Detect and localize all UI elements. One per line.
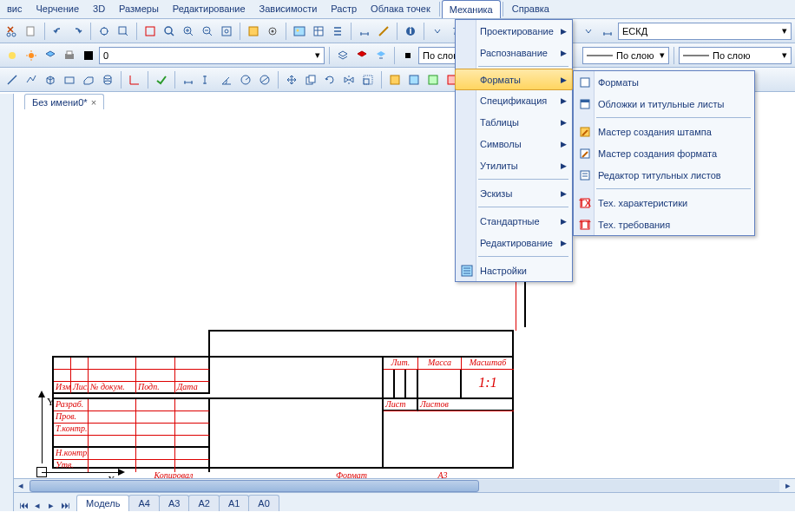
dim-v-icon[interactable]: [199, 71, 216, 89]
submenu-item-tech-req[interactable]: TTТех. требования: [574, 213, 754, 235]
menu-item-drafting[interactable]: Черчение: [30, 0, 87, 18]
mirror-icon[interactable]: [340, 71, 358, 89]
submenu-item-covers[interactable]: Обложки и титульные листы: [574, 93, 754, 115]
dim-r-icon[interactable]: [237, 71, 254, 89]
cut-icon[interactable]: [3, 23, 21, 40]
copy-icon[interactable]: [302, 71, 319, 89]
3d-icon[interactable]: [80, 71, 97, 89]
scrollbar-thumb[interactable]: [30, 480, 479, 492]
tab-nav-last-icon[interactable]: ⏭: [59, 499, 71, 511]
list-icon[interactable]: [329, 23, 346, 40]
menu-item-help[interactable]: Справка: [505, 0, 556, 18]
cyl-icon[interactable]: [99, 71, 116, 89]
dim-icon[interactable]: [375, 23, 392, 40]
menu-item-service[interactable]: вис: [0, 0, 30, 18]
scroll-right-icon[interactable]: ▸: [781, 480, 795, 492]
dim-style-combo[interactable]: ЕСКД ▾: [618, 23, 792, 40]
menu-item-recognition[interactable]: Распознавание▶: [456, 42, 572, 63]
rotate-icon[interactable]: [321, 71, 338, 89]
info-icon[interactable]: i: [402, 23, 419, 40]
menu-item-editing[interactable]: Редактирование▶: [456, 232, 572, 253]
menu-item-specification[interactable]: Спецификация▶: [456, 89, 572, 111]
arrow-down-icon[interactable]: [429, 23, 446, 40]
tab-nav-next-icon[interactable]: ▸: [45, 499, 57, 511]
zoom-in-icon[interactable]: [180, 23, 197, 40]
layout-tab-a4[interactable]: A4: [128, 495, 159, 511]
scrollbar-track[interactable]: [30, 480, 779, 492]
arrow-down-icon[interactable]: [580, 23, 597, 40]
layout-tab-a3[interactable]: A3: [159, 495, 189, 511]
light-icon[interactable]: [3, 47, 21, 64]
properties-icon[interactable]: [245, 23, 262, 40]
grp1-icon[interactable]: [386, 71, 404, 89]
layer-iso-icon[interactable]: [353, 47, 371, 64]
menu-item-utilities[interactable]: Утилиты▶: [456, 154, 572, 176]
dim-d-icon[interactable]: [256, 71, 273, 89]
submenu-item-format-wizard[interactable]: Мастер создания формата: [574, 142, 754, 164]
menu-item-edit[interactable]: Редактирование: [166, 0, 253, 18]
menu-item-tables[interactable]: Таблицы▶: [456, 111, 572, 133]
zoom-out-icon[interactable]: [199, 23, 216, 40]
layer-combo[interactable]: 0 ▾: [99, 47, 325, 64]
layout-tab-a1[interactable]: A1: [219, 495, 249, 511]
horizontal-scrollbar[interactable]: ◂ ▸: [14, 478, 795, 492]
menu-item-standard[interactable]: Стандартные▶: [456, 210, 572, 232]
zoom-extents-icon[interactable]: [161, 23, 178, 40]
dim-ang-icon[interactable]: [218, 71, 235, 89]
cube-icon[interactable]: [42, 71, 59, 89]
sun-icon[interactable]: [23, 47, 40, 64]
zoom-all-icon[interactable]: [218, 23, 235, 40]
layer-prev-icon[interactable]: [372, 47, 390, 64]
layout-tab-a0[interactable]: A0: [248, 495, 279, 511]
menu-item-raster[interactable]: Растр: [324, 0, 364, 18]
line-icon[interactable]: [3, 71, 21, 89]
pan-icon[interactable]: [95, 23, 113, 40]
document-tab[interactable]: Без имени0* ×: [24, 94, 104, 109]
menu-item-pointclouds[interactable]: Облака точек: [364, 0, 437, 18]
polyline-icon[interactable]: [23, 71, 40, 89]
menu-item-symbols[interactable]: Символы▶: [456, 133, 572, 154]
new-icon[interactable]: [23, 23, 40, 40]
check-icon[interactable]: [153, 71, 170, 89]
menu-item-design[interactable]: Проектирование▶: [456, 20, 572, 42]
settings-icon[interactable]: [264, 23, 281, 40]
measure-icon[interactable]: [356, 23, 373, 40]
move-icon[interactable]: [283, 71, 300, 89]
scroll-left-icon[interactable]: ◂: [14, 480, 28, 492]
dim-style-icon[interactable]: [599, 23, 616, 40]
type-icon[interactable]: [399, 47, 417, 64]
menu-item-sketches[interactable]: Эскизы▶: [456, 182, 572, 204]
grp2-icon[interactable]: [405, 71, 423, 89]
color-icon[interactable]: [80, 47, 97, 64]
submenu-item-formats[interactable]: Форматы: [574, 71, 754, 93]
grp3-icon[interactable]: [424, 71, 442, 89]
submenu-item-title-editor[interactable]: Редактор титульных листов: [574, 164, 754, 186]
submenu-item-tech-char[interactable]: TXТех. характеристики: [574, 192, 754, 213]
layer-mgr-icon[interactable]: [42, 47, 59, 64]
redo-icon[interactable]: [69, 23, 86, 40]
scale-icon[interactable]: [359, 71, 377, 89]
lineweight-combo[interactable]: По слою ▾: [679, 47, 792, 64]
menu-item-dimensions[interactable]: Размеры: [112, 0, 166, 18]
close-icon[interactable]: ×: [91, 97, 96, 108]
menu-item-constraints[interactable]: Зависимости: [253, 0, 325, 18]
linetype-combo[interactable]: По слою ▾: [582, 47, 669, 64]
menu-item-formats[interactable]: Форматы▶: [455, 69, 573, 90]
layout-tab-a2[interactable]: A2: [188, 495, 219, 511]
menu-item-3d[interactable]: 3D: [86, 0, 112, 18]
undo-icon[interactable]: [49, 23, 67, 40]
dim-h-icon[interactable]: [180, 71, 197, 89]
image-icon[interactable]: [291, 23, 308, 40]
select-red-icon[interactable]: [141, 23, 159, 40]
tab-nav-prev-icon[interactable]: ◂: [31, 499, 43, 511]
layer-states-icon[interactable]: [334, 47, 352, 64]
submenu-item-stamp-wizard[interactable]: Мастер создания штампа: [574, 121, 754, 142]
table-icon[interactable]: [310, 23, 327, 40]
rect-icon[interactable]: [61, 71, 78, 89]
axis-icon[interactable]: [126, 71, 143, 89]
tab-nav-first-icon[interactable]: ⏮: [17, 499, 30, 511]
menu-item-settings[interactable]: Настройки: [456, 259, 572, 281]
layout-tab-model[interactable]: Модель: [76, 495, 129, 511]
zoom-window-icon[interactable]: [115, 23, 132, 40]
menu-item-mechanics[interactable]: Механика: [442, 0, 501, 18]
